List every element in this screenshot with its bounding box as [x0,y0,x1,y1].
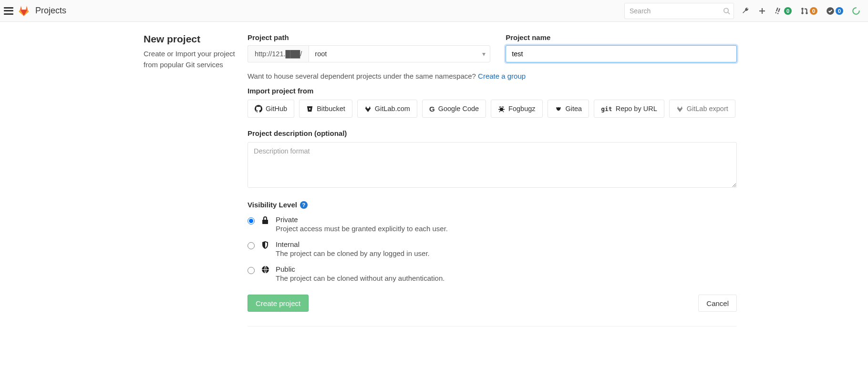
import-label-text: GitLab export [687,105,728,112]
create-project-button[interactable]: Create project [248,295,309,312]
description-textarea[interactable] [248,142,737,188]
lock-icon [260,216,270,225]
svg-point-4 [806,12,808,14]
search-icon [723,7,730,14]
visibility-title: Public [276,265,444,273]
divider [248,326,737,327]
globe-icon [260,265,270,274]
visibility-desc: The project can be cloned without any au… [276,274,444,282]
git-icon: git [601,105,612,112]
svg-line-1 [728,12,730,14]
description-label: Project description (optional) [248,129,737,137]
todos-badge: 0 [836,7,843,15]
search-wrap [624,3,734,19]
new-project-desc: Create or Import your project from popul… [144,49,238,70]
svg-point-2 [801,8,804,10]
import-label-text: Bitbucket [317,105,345,112]
plus-icon[interactable] [758,7,766,15]
main-container: New project Create or Import your projec… [83,22,785,346]
gitlab-export-icon [676,105,683,112]
gitea-icon [555,105,562,112]
project-path-base: http://121.███/ [248,45,309,62]
github-icon [255,105,262,112]
menu-toggle-icon[interactable] [4,7,13,15]
svg-point-0 [724,8,728,12]
bug-icon [498,105,505,112]
wrench-icon[interactable] [742,7,750,15]
visibility-private-radio[interactable] [248,217,255,225]
todos-icon[interactable]: 0 [826,7,843,15]
import-googlecode-button[interactable]: G Google Code [422,100,486,118]
gitlab-logo-icon[interactable] [18,5,30,17]
new-project-heading: New project [144,33,238,45]
gitlab-icon [364,105,372,112]
import-gitlabcom-button[interactable]: GitLab.com [357,100,417,118]
visibility-desc: The project can be cloned by any logged … [276,249,430,257]
search-input[interactable] [624,3,734,19]
top-actions: 0 0 0 [742,7,864,15]
loading-icon [852,7,860,15]
namespace-help: Want to house several dependent projects… [248,72,737,80]
import-github-button[interactable]: GitHub [248,100,294,118]
project-name-input[interactable] [506,45,737,62]
visibility-internal-radio[interactable] [248,242,255,249]
shield-icon [260,241,270,249]
visibility-desc: Project access must be granted explicitl… [276,225,448,233]
side-column: New project Create or Import your projec… [83,33,248,327]
import-gitea-button[interactable]: Gitea [548,100,589,118]
import-label-text: Fogbugz [508,105,535,112]
visibility-title: Private [276,215,448,224]
issues-icon[interactable]: 0 [775,7,792,15]
import-label-text: GitLab.com [375,105,410,112]
cancel-button[interactable]: Cancel [698,295,737,312]
visibility-internal[interactable]: Internal The project can be cloned by an… [248,240,737,257]
import-bitbucket-button[interactable]: Bitbucket [299,100,352,118]
import-label-text: GitHub [266,105,287,112]
visibility-public-radio[interactable] [248,267,255,274]
namespace-help-text: Want to house several dependent projects… [248,72,478,80]
import-label-text: Repo by URL [616,105,657,112]
topbar: Projects 0 0 0 [0,0,868,22]
svg-rect-7 [262,220,268,224]
visibility-private[interactable]: Private Project access must be granted e… [248,215,737,233]
mr-badge: 0 [810,7,817,15]
svg-point-6 [500,107,504,111]
svg-point-3 [801,12,804,14]
import-label: Import project from [248,87,737,95]
import-label-text: Google Code [438,105,479,112]
project-name-group: Project name [506,33,737,62]
page-title: Projects [35,6,66,16]
import-buttons: GitHub Bitbucket GitLab.com G Google Cod… [248,100,737,118]
issues-badge: 0 [784,7,792,15]
google-icon: G [429,105,435,113]
import-label-text: Gitea [566,105,582,112]
merge-request-icon[interactable]: 0 [800,7,817,15]
create-group-link[interactable]: Create a group [478,72,526,80]
bitbucket-icon [306,105,313,112]
form-column: Project path http://121.███/ root ▾ Proj… [248,33,785,327]
project-name-label: Project name [506,33,737,41]
import-fogbugz-button[interactable]: Fogbugz [491,100,542,118]
project-path-group: Project path http://121.███/ root ▾ [248,33,490,62]
import-gitlabexport-button[interactable]: GitLab export [669,100,735,118]
project-path-label: Project path [248,33,490,41]
visibility-title: Internal [276,240,430,248]
visibility-public[interactable]: Public The project can be cloned without… [248,265,737,282]
help-icon[interactable]: ? [300,201,308,209]
visibility-label: Visibility Level [248,201,297,209]
namespace-select[interactable]: root [309,45,490,62]
import-repourl-button[interactable]: git Repo by URL [594,100,664,118]
